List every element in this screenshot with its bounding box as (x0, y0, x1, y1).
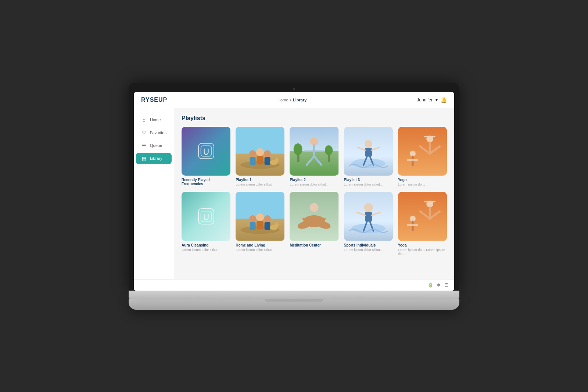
svg-point-5 (256, 148, 264, 156)
svg-point-58 (364, 203, 373, 212)
app-container: RYSEUP Home > Library Jennifer ▾ 🔔 (134, 92, 454, 291)
scene-yoga-2 (290, 127, 338, 176)
scene-gymnastics (398, 127, 447, 176)
breadcrumb-current: Library (293, 98, 306, 102)
scene-gymnastics-2 (398, 192, 447, 241)
svg-point-45 (264, 215, 271, 222)
footer-bar: 🔋 ✱ ☰ (134, 279, 454, 291)
playlist-card-yoga2[interactable]: Yoga Lorem ipsum dol... Lorem ipsum dol.… (398, 192, 447, 256)
svg-point-3 (249, 150, 256, 157)
playlist-thumb-yoga2 (398, 192, 447, 241)
svg-point-20 (325, 145, 333, 155)
svg-rect-4 (250, 157, 256, 165)
screen-bezel: RYSEUP Home > Library Jennifer ▾ 🔔 (129, 83, 459, 291)
library-icon: ▤ (141, 156, 147, 161)
heart-icon: ♡ (141, 130, 147, 136)
svg-point-10 (275, 158, 279, 162)
svg-point-18 (294, 143, 302, 155)
playlist-desc-home-living: Lorem ipsum dolor sitkut... (236, 248, 284, 252)
playlist-thumb-recently (182, 127, 230, 176)
svg-rect-24 (365, 148, 372, 157)
screen: RYSEUP Home > Library Jennifer ▾ 🔔 (134, 92, 454, 291)
scene-family-1 (236, 127, 284, 176)
battery-icon: 🔋 (428, 283, 433, 288)
playlist-card-playlist2[interactable]: Playlist 2 Lorem ipsum dolor sitkut... (290, 127, 338, 187)
playlist-thumb-yoga (398, 127, 447, 176)
user-dropdown-arrow[interactable]: ▾ (435, 97, 438, 103)
playlist-thumb-aura (182, 192, 230, 241)
breadcrumb-home[interactable]: Home (277, 98, 288, 102)
laptop-base (129, 291, 459, 299)
playlist-name-p3: Playlist 3 (344, 178, 393, 182)
playlist-card-playlist3[interactable]: Playlist 3 Lorem ipsum dolor sitkut... (344, 127, 393, 187)
playlist-name-aura: Aura Cleansing (182, 243, 230, 247)
playlist-thumb-playlist2 (290, 127, 338, 176)
playlist-desc-sports-individuals: Lorem ipsum dolor sitkut... (344, 248, 393, 252)
app-header: RYSEUP Home > Library Jennifer ▾ 🔔 (134, 92, 454, 108)
sidebar-item-favorites[interactable]: ♡ Favorites (136, 127, 172, 139)
playlist-name-sports-individuals: Sports Individuals (344, 243, 393, 247)
scene-sports-2 (344, 192, 393, 241)
bell-icon[interactable]: 🔔 (441, 97, 447, 103)
playlist-thumb-home-living (236, 192, 284, 241)
sidebar-label-home: Home (150, 118, 161, 122)
sidebar-item-library[interactable]: ▤ Library (136, 153, 172, 164)
ryseup-u-recently (198, 143, 214, 159)
scene-meditation (290, 192, 338, 241)
playlists-grid-row1: Recently Played Frequencies (182, 127, 447, 187)
playlist-card-sports-individuals[interactable]: Sports Individuals Lorem ipsum dolor sit… (344, 192, 393, 256)
playlist-card-aura[interactable]: Aura Cleansing Lorem ipsum dolor sitkut.… (182, 192, 230, 256)
app-body: ⌂ Home ♡ Favorites ☰ Queue ▤ (134, 108, 454, 279)
bluetooth-icon: ✱ (437, 283, 441, 288)
playlist-card-playlist1[interactable]: Playlist 1 Lorem ipsum dolor sitkut... (236, 127, 284, 187)
scene-sports-3 (344, 127, 393, 176)
playlist-desc-yoga: Lorem ipsum dol... (398, 183, 447, 187)
playlists-grid-row2: Aura Cleansing Lorem ipsum dolor sitkut.… (182, 192, 447, 256)
scene-family-2 (236, 192, 284, 241)
playlist-thumb-playlist3 (344, 127, 393, 176)
playlist-name-p2: Playlist 2 (290, 178, 338, 182)
playlist-desc-p3: Lorem ipsum dolor sitkut... (344, 183, 393, 187)
svg-rect-42 (250, 222, 256, 230)
svg-rect-6 (257, 156, 263, 164)
svg-rect-64 (398, 192, 447, 241)
laptop-container: RYSEUP Home > Library Jennifer ▾ 🔔 (129, 83, 459, 310)
sidebar-label-library: Library (150, 156, 162, 161)
queue-icon: ☰ (141, 143, 147, 148)
svg-point-43 (256, 213, 264, 221)
svg-point-50 (310, 203, 319, 212)
playlist-thumb-meditation (290, 192, 338, 241)
home-icon: ⌂ (141, 117, 147, 123)
main-content: Playlists (174, 108, 454, 279)
ryseup-u-aura (198, 208, 214, 224)
playlist-card-meditation[interactable]: Meditation Center (290, 192, 338, 256)
playlist-card-home-living[interactable]: Home and Living Lorem ipsum dolor sitkut… (236, 192, 284, 256)
svg-rect-46 (265, 222, 270, 230)
menu-icon: ☰ (444, 283, 448, 288)
svg-point-41 (249, 215, 256, 222)
svg-rect-59 (365, 212, 372, 222)
playlist-name-p1: Playlist 1 (236, 178, 284, 182)
user-name[interactable]: Jennifer (417, 97, 433, 103)
sidebar-label-queue: Queue (150, 143, 162, 148)
playlist-thumb-playlist1 (236, 127, 284, 176)
svg-rect-44 (257, 221, 263, 230)
breadcrumb: Home > Library (277, 98, 306, 102)
playlist-name-recently: Recently Played Frequencies (182, 178, 230, 186)
svg-rect-8 (265, 157, 270, 165)
playlist-desc-p2: Lorem ipsum dolor sitkut... (290, 183, 338, 187)
svg-point-12 (310, 137, 318, 145)
svg-point-23 (365, 140, 372, 147)
playlist-card-yoga[interactable]: Yoga Lorem ipsum dol... (398, 127, 447, 187)
section-title: Playlists (182, 115, 447, 122)
playlist-name-yoga2: Yoga (398, 243, 447, 247)
playlist-card-recently-played[interactable]: Recently Played Frequencies (182, 127, 230, 187)
playlist-desc-aura: Lorem ipsum dolor sitkut... (182, 248, 230, 252)
playlist-name-home-living: Home and Living (236, 243, 284, 247)
svg-point-7 (264, 150, 271, 157)
sidebar: ⌂ Home ♡ Favorites ☰ Queue ▤ (134, 108, 174, 279)
sidebar-label-favorites: Favorites (150, 130, 166, 135)
playlist-name-meditation: Meditation Center (290, 243, 338, 247)
sidebar-item-home[interactable]: ⌂ Home (136, 114, 172, 126)
sidebar-item-queue[interactable]: ☰ Queue (136, 140, 172, 151)
